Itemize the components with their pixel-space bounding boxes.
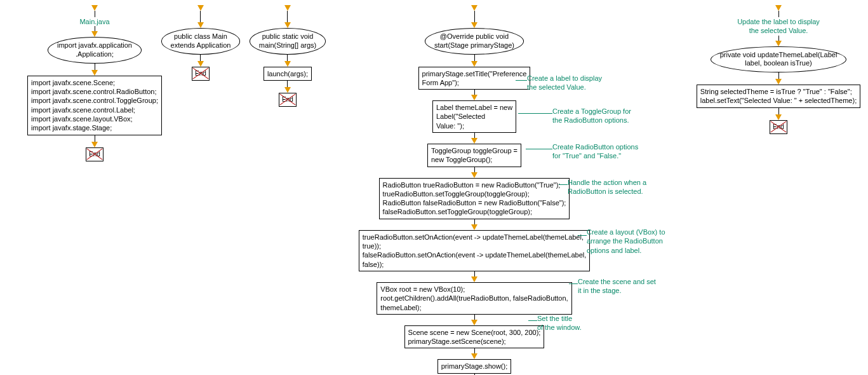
arrow-icon — [471, 172, 477, 178]
arrow-icon — [775, 79, 782, 85]
connector — [95, 26, 95, 31]
process-node: primaryStage.show(); — [437, 359, 512, 373]
annotation: Create a ToggleGroup for the RadioButton… — [552, 107, 631, 125]
arrow-icon — [284, 61, 291, 67]
node-text: End — [282, 96, 293, 103]
connector — [474, 55, 475, 61]
arrow-icon — [91, 31, 98, 37]
annotation-connector — [578, 235, 587, 236]
connector — [778, 72, 779, 79]
annotation: Set the title of the window. — [537, 314, 582, 332]
connector — [474, 90, 475, 95]
process-node: Label themeLabel = new Label("Selected V… — [432, 100, 516, 133]
arrow-icon — [471, 95, 477, 100]
annotation-connector — [528, 320, 537, 321]
node-text: End — [773, 123, 784, 130]
node-text: primaryStage.setTitle("Preference Form A… — [422, 70, 527, 86]
process-node: trueRadioButton.setOnAction(event -> upd… — [359, 230, 591, 271]
process-node: VBox root = new VBox(10); root.getChildr… — [377, 282, 571, 315]
node-text: String selectedTheme = isTrue ? "True" :… — [700, 88, 857, 104]
arrow-icon — [91, 5, 98, 11]
connector — [474, 315, 475, 320]
node-text: Label themeLabel = new Label("Selected V… — [436, 104, 512, 130]
arrow-icon — [91, 142, 98, 147]
process-node: RadioButton trueRadioButton = new RadioB… — [379, 178, 570, 219]
end-node: End — [86, 147, 103, 161]
annotation: Create the scene and set it in the stage… — [578, 277, 656, 296]
arrow-icon — [197, 5, 204, 11]
node-text: launch(args); — [267, 70, 308, 78]
node-text: @Override public void start(Stage primar… — [434, 32, 514, 49]
node-text: RadioButton trueRadioButton = new RadioB… — [383, 181, 566, 216]
arrow-icon — [197, 61, 204, 67]
process-node: primaryStage.setTitle("Preference Form A… — [418, 67, 531, 90]
start-node: @Override public void start(Stage primar… — [425, 28, 524, 55]
connector — [474, 219, 475, 224]
arrow-icon — [284, 22, 291, 28]
annotation: Create RadioButton options for "True" an… — [552, 142, 638, 161]
node-text: import javafx.scene.Scene; import javafx… — [31, 79, 158, 132]
arrow-icon — [471, 320, 477, 325]
annotation: Create a layout (VBox) to arrange the Ra… — [587, 228, 665, 255]
annotation: Create a label to display the selected V… — [527, 74, 602, 92]
arrow-icon — [471, 22, 477, 28]
annotation-connector — [569, 283, 578, 284]
end-node: End — [770, 120, 787, 134]
arrow-icon — [775, 5, 782, 11]
arrow-icon — [471, 5, 477, 11]
connector — [474, 167, 475, 172]
arrow-icon — [471, 224, 477, 230]
connector — [287, 11, 288, 22]
annotation: Update the label to display the selected… — [737, 17, 820, 36]
arrow-icon — [471, 138, 477, 144]
annotation: Handle the action when a RadioButton is … — [568, 178, 646, 196]
arrow-icon — [284, 5, 291, 11]
process-node: ToggleGroup toggleGroup = new ToggleGrou… — [427, 144, 521, 167]
arrow-icon — [471, 276, 477, 282]
process-node: String selectedTheme = isTrue ? "True" :… — [697, 85, 860, 108]
file-title: Main.java — [79, 17, 109, 26]
connector — [474, 348, 475, 353]
annotation-connector — [526, 149, 552, 149]
node-text: import javafx.application .Application; — [57, 41, 132, 58]
arrow-icon — [284, 87, 291, 93]
node-text: primaryStage.show(); — [441, 362, 508, 370]
node-text: trueRadioButton.setOnAction(event -> upd… — [363, 233, 587, 268]
node-text: End — [89, 151, 100, 158]
process-node: Scene scene = new Scene(root, 300, 200);… — [404, 325, 545, 349]
start-node: import javafx.application .Application; — [48, 37, 142, 64]
annotation-connector — [518, 113, 552, 114]
arrow-icon — [471, 353, 477, 359]
process-node: launch(args); — [264, 67, 312, 81]
connector — [778, 11, 779, 17]
arrow-icon — [775, 114, 782, 120]
annotation-connector — [559, 184, 568, 185]
connector — [474, 271, 475, 276]
arrow-icon — [91, 70, 98, 76]
arrow-icon — [775, 41, 782, 46]
start-node: public static void main(String[] args) — [250, 28, 326, 55]
connector — [287, 81, 288, 87]
connector — [95, 64, 95, 70]
connector — [474, 11, 475, 22]
flowchart-canvas: Main.java import javafx.application .App… — [5, 5, 863, 370]
connector — [287, 55, 288, 61]
connector — [95, 11, 95, 17]
end-node: End — [192, 67, 210, 81]
node-text: public static void main(String[] args) — [259, 32, 316, 49]
start-node: public class Main extends Application — [161, 28, 241, 55]
node-text: VBox root = new VBox(10); root.getChildr… — [380, 285, 568, 311]
connector — [95, 135, 95, 142]
annotation-connector — [516, 80, 527, 81]
start-node: private void updateThemeLabel(Label labe… — [711, 46, 847, 73]
node-text: private void updateThemeLabel(Label labe… — [720, 51, 838, 67]
node-text: End — [195, 70, 206, 77]
connector — [778, 108, 779, 114]
node-text: Scene scene = new Scene(root, 300, 200);… — [408, 329, 541, 345]
connector — [200, 55, 201, 61]
arrow-icon — [471, 61, 477, 67]
arrow-icon — [197, 22, 204, 28]
process-node: import javafx.scene.Scene; import javafx… — [27, 76, 162, 135]
end-node: End — [279, 93, 297, 107]
node-text: public class Main extends Application — [171, 32, 231, 49]
